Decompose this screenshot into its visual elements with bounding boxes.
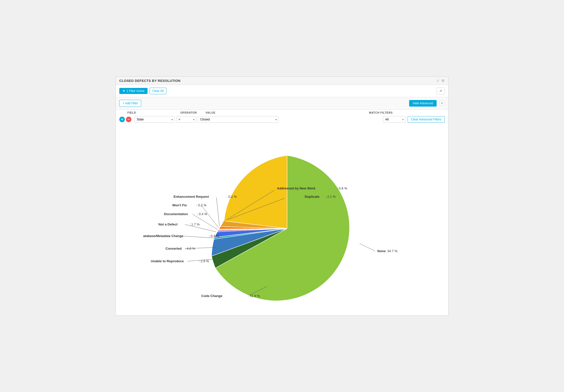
advanced-filter-bar: + Add Filter Hide Advanced ✕ (116, 97, 448, 110)
value-select[interactable]: Closed (198, 116, 279, 123)
add-filter-button[interactable]: + Add Filter (119, 100, 141, 107)
svg-text:: 51.9 %: : 51.9 % (248, 294, 260, 298)
svg-text:Won't Fix: Won't Fix (172, 203, 187, 207)
svg-text:: 1.7 %: : 1.7 % (189, 222, 200, 226)
svg-text:Duplicate: Duplicate (305, 195, 320, 199)
title-bar: CLOSED DEFECTS BY RESOLUTION ⤢ ⚙ (116, 77, 448, 85)
svg-line-21 (216, 198, 219, 226)
row-controls: + − (119, 117, 131, 122)
filter-row-header: FIELD OPERATOR VALUE MATCH FILTERS (116, 110, 448, 115)
svg-text:Not a Defect: Not a Defect (158, 222, 178, 226)
close-advanced-button[interactable]: ✕ (439, 101, 445, 106)
widget-title: CLOSED DEFECTS BY RESOLUTION (119, 79, 181, 83)
hide-advanced-button[interactable]: Hide Advanced (409, 100, 437, 107)
svg-text:: 0.2 %: : 0.2 % (227, 195, 237, 199)
operator-select-wrapper: = (176, 116, 196, 123)
svg-text:: 0.4 %: : 0.4 % (209, 234, 219, 238)
svg-text:Converted: Converted (165, 247, 182, 250)
svg-text:: 0.2 %: : 0.2 % (196, 203, 207, 207)
svg-text:Unable to Reproduce: Unable to Reproduce (151, 259, 184, 263)
expand-icon[interactable]: ⤢ (436, 79, 439, 83)
chart-area: Code Change : 51.9 % Unable to Reproduce… (116, 125, 448, 309)
value-column-header: VALUE (206, 111, 369, 114)
clear-advanced-filters-button[interactable]: Clear Advanced Filters (408, 116, 445, 123)
field-select[interactable]: State (134, 116, 175, 123)
clear-all-button[interactable]: Clear All (150, 88, 166, 94)
gear-icon[interactable]: ⚙ (441, 79, 445, 83)
svg-text:Addressed by New Work: Addressed by New Work (277, 186, 316, 190)
match-column-header: MATCH FILTERS (369, 111, 392, 114)
match-select[interactable]: All (383, 116, 406, 123)
match-select-wrapper: All (383, 116, 406, 123)
svg-text:None: None (377, 249, 386, 253)
widget-container: CLOSED DEFECTS BY RESOLUTION ⤢ ⚙ ▼ 1 Fil… (116, 76, 448, 316)
svg-text:: 0.4 %: : 0.4 % (197, 212, 207, 216)
add-row-button[interactable]: + (119, 117, 125, 122)
filter-active-label: 1 Filter Active (126, 89, 145, 93)
svg-line-18 (201, 205, 219, 228)
export-icon: ↗ (439, 89, 442, 93)
operator-select[interactable]: = (176, 116, 196, 123)
filter-bar: ▼ 1 Filter Active Clear All ↗ (116, 85, 448, 97)
field-select-wrapper: State (134, 116, 175, 123)
svg-text:: 0.8 %: : 0.8 % (337, 186, 347, 190)
svg-text:Enhancement Request: Enhancement Request (174, 195, 209, 199)
title-icons: ⤢ ⚙ (436, 79, 445, 83)
svg-text:: 34.7 %: : 34.7 % (385, 249, 398, 253)
svg-text:Code Change: Code Change (201, 294, 222, 298)
pie-chart: Code Change : 51.9 % Unable to Reproduce… (143, 130, 421, 307)
svg-line-30 (360, 244, 375, 251)
svg-text:Documentation: Documentation (164, 212, 188, 216)
operator-column-header: OPERATOR (180, 111, 206, 114)
svg-text:: 2.1 %: : 2.1 % (325, 195, 336, 199)
field-column-header: FIELD (127, 111, 180, 114)
value-select-wrapper: Closed (198, 116, 279, 123)
filter-row: + − State = Closed All Clear Advanced Fi (116, 115, 448, 125)
export-button[interactable]: ↗ (437, 87, 445, 94)
remove-row-button[interactable]: − (126, 117, 131, 122)
svg-text:: 2.9 %: : 2.9 % (199, 259, 209, 263)
svg-text:: 4.8 %: : 4.8 % (185, 247, 195, 250)
filter-icon: ▼ (122, 89, 125, 93)
svg-text:Database/Metadata Change: Database/Metadata Change (143, 234, 183, 238)
filter-active-button[interactable]: ▼ 1 Filter Active (119, 88, 148, 94)
